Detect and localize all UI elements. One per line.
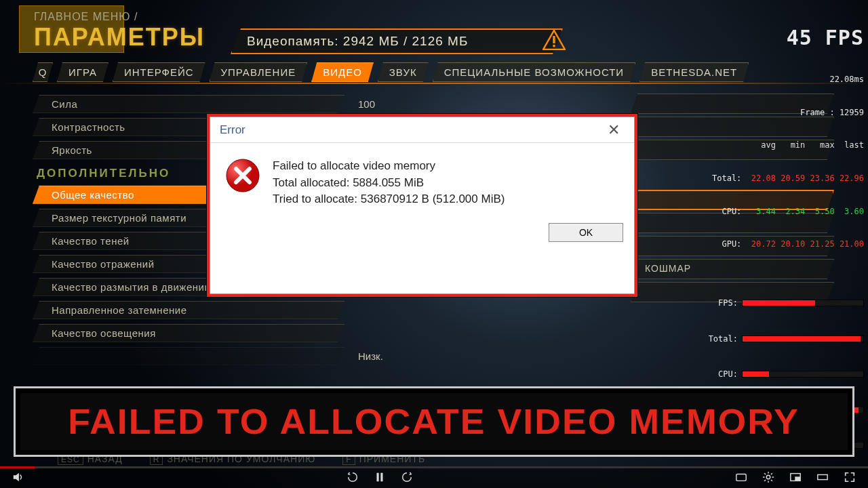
error-icon: [225, 158, 260, 193]
setting-row[interactable]: Низк.: [33, 346, 629, 366]
setting-label: [33, 347, 344, 365]
setting-value: 100: [344, 98, 426, 110]
tab-audio[interactable]: ЗВУК: [378, 62, 429, 82]
bar-fps: FPS:: [660, 298, 864, 308]
gear-icon[interactable]: [762, 471, 774, 483]
svg-rect-19: [818, 474, 827, 479]
svg-marker-4: [14, 473, 19, 482]
svg-rect-2: [553, 45, 555, 47]
tab-game[interactable]: ИГРА: [57, 62, 108, 82]
vram-indicator: Видеопамять: 2942 МБ / 2126 МБ: [231, 28, 563, 54]
pip-icon[interactable]: [789, 471, 802, 483]
perf-cpu: CPU: 3.44 2.34 5.50 3.60: [660, 206, 864, 217]
setting-label: Сила: [33, 95, 344, 113]
rewind-10-icon[interactable]: [347, 471, 359, 483]
svg-rect-1: [553, 36, 555, 43]
fullscreen-icon[interactable]: [844, 471, 856, 483]
perf-total: Total: 22.08 20.59 23.36 22.96: [660, 173, 864, 184]
volume-icon[interactable]: [12, 471, 24, 483]
error-dialog: Error ✕ Failed to allocate video memory …: [207, 114, 637, 297]
svg-line-13: [764, 473, 766, 474]
video-player-bar: [0, 466, 868, 488]
tab-hotkey-q[interactable]: Q: [33, 62, 53, 82]
settings-tabs: Q ИГРА ИНТЕРФЕЙС УПРАВЛЕНИЕ ВИДЕО ЗВУК С…: [33, 62, 749, 82]
frame-number: Frame : 12959: [660, 107, 864, 118]
setting-row[interactable]: Направленное затемнение: [33, 300, 629, 320]
bar-cpu: CPU:: [660, 369, 864, 380]
dialog-title: Error: [220, 123, 245, 137]
svg-rect-18: [795, 477, 800, 481]
svg-rect-6: [380, 473, 382, 482]
breadcrumb: ГЛАВНОЕ МЕНЮ /: [34, 11, 205, 23]
setting-value: Низк.: [344, 350, 426, 362]
setting-row[interactable]: Сила100: [33, 94, 629, 114]
theater-icon[interactable]: [816, 471, 829, 483]
bar-total: Total:: [660, 333, 864, 344]
tab-accessibility[interactable]: СПЕЦИАЛЬНЫЕ ВОЗМОЖНОСТИ: [433, 62, 636, 82]
caption-banner: FAILED TO ALLOCATE VIDEO MEMORY: [14, 386, 854, 457]
banner-text: FAILED TO ALLOCATE VIDEO MEMORY: [68, 401, 800, 442]
page-title: ПАРАМЕТРЫ: [34, 23, 205, 52]
setting-label: Качество освещения: [33, 324, 344, 342]
setting-row[interactable]: Качество освещения: [33, 323, 629, 343]
frametime: 22.08ms: [660, 74, 864, 85]
svg-rect-5: [377, 473, 379, 482]
tab-controls[interactable]: УПРАВЛЕНИЕ: [210, 62, 308, 82]
svg-line-16: [771, 473, 772, 474]
perf-gpu: GPU: 20.72 20.10 21.25 21.00: [660, 239, 864, 249]
ok-button[interactable]: OK: [549, 223, 623, 242]
svg-line-15: [764, 480, 766, 481]
pause-icon[interactable]: [374, 471, 386, 483]
tab-video[interactable]: ВИДЕО: [311, 62, 374, 82]
warning-icon: [542, 30, 566, 50]
captions-icon[interactable]: [735, 471, 747, 483]
forward-30-icon[interactable]: [401, 471, 413, 483]
progress-bar[interactable]: [0, 466, 868, 468]
svg-rect-7: [736, 474, 746, 481]
tab-interface[interactable]: ИНТЕРФЕЙС: [113, 62, 205, 82]
perf-columns: avg min max last: [660, 140, 864, 150]
setting-label: Направленное затемнение: [33, 301, 344, 319]
svg-point-8: [766, 475, 770, 479]
close-icon[interactable]: ✕: [600, 121, 627, 139]
dialog-message: Failed to allocate video memory Total al…: [273, 158, 505, 208]
fps-counter: 45 FPS: [660, 24, 864, 52]
svg-line-14: [771, 480, 772, 481]
